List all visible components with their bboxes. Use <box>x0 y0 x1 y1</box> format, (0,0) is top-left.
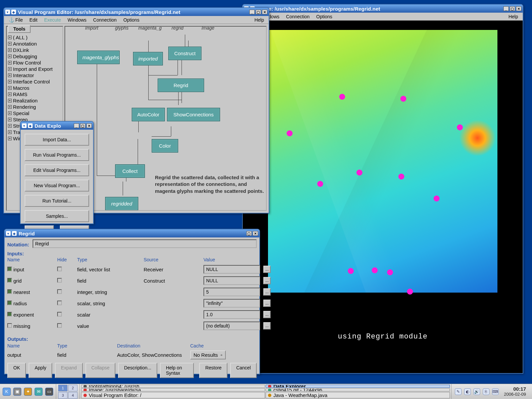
maximize-button[interactable]: ▢ <box>246 231 252 236</box>
tool-category[interactable]: +DXLink <box>7 47 63 53</box>
module-magenta-glyphs[interactable]: magenta_glyphs <box>77 51 120 64</box>
browser-icon[interactable]: ✦ <box>24 388 32 396</box>
expand-icon[interactable]: + <box>8 55 12 58</box>
import-data-button[interactable]: Import Data... <box>25 134 89 146</box>
image-canvas[interactable]: using Regrid module <box>243 21 523 373</box>
regrid-titlebar[interactable]: ▾ ◆ Regrid ▢ ✕ <box>5 229 259 237</box>
task-image[interactable]: Image: /usr/share/dx/sa <box>81 388 265 391</box>
hide-checkbox[interactable] <box>57 278 62 283</box>
module-autocolor[interactable]: AutoColor <box>132 108 165 121</box>
minimize-button[interactable]: _ <box>74 123 79 128</box>
kmenu-icon[interactable]: K <box>3 388 11 396</box>
edit-visual-programs-button[interactable]: Edit Visual Programs... <box>25 164 89 176</box>
collapse-button[interactable]: Collapse <box>85 363 115 378</box>
expand-icon[interactable]: + <box>8 92 12 96</box>
tool-category[interactable]: +Import and Export <box>7 66 63 72</box>
close-button[interactable]: ✕ <box>262 10 267 14</box>
run-visual-programs-button[interactable]: Run Visual Programs... <box>25 149 89 161</box>
expand-icon[interactable]: + <box>8 124 12 128</box>
module-collect[interactable]: Collect <box>115 164 145 178</box>
expand-icon[interactable]: + <box>8 137 12 140</box>
module-construct[interactable]: Construct <box>168 47 201 60</box>
menu-connection[interactable]: Connection <box>283 13 313 20</box>
module-showconnections[interactable]: ShowConnections <box>167 108 220 121</box>
maximize-button[interactable]: ▢ <box>80 123 85 128</box>
expand-icon[interactable]: + <box>8 86 12 90</box>
image-window-titlebar[interactable]: ▾ ◆ Image: /usr/share/dx/samples/program… <box>243 5 523 13</box>
ok-button[interactable]: OK <box>7 363 26 378</box>
value-browse-button[interactable]: ... <box>263 288 271 296</box>
value-browse-button[interactable]: ... <box>263 311 271 318</box>
desktop-2[interactable]: 2 <box>68 385 77 391</box>
module-imported[interactable]: imported <box>133 52 163 66</box>
value-input[interactable] <box>203 299 260 308</box>
hide-checkbox[interactable] <box>57 267 62 271</box>
close-button[interactable]: ✕ <box>253 231 258 236</box>
cache-select[interactable]: No Results▫ <box>190 350 226 359</box>
task-vpe[interactable]: Visual Program Editor: / <box>81 392 265 398</box>
tool-category[interactable]: +Annotation <box>7 41 63 47</box>
tool-category[interactable]: +Interactor <box>7 72 63 78</box>
notation-input[interactable] <box>33 239 257 248</box>
expand-icon[interactable]: + <box>8 48 12 52</box>
tools-tab[interactable]: Tools <box>8 25 31 33</box>
menu-help[interactable]: Help <box>251 17 267 23</box>
task-data-explorer[interactable]: Data Explorer <box>266 385 450 388</box>
help-syntax-button[interactable]: Help on Syntax <box>160 363 194 378</box>
expand-icon[interactable]: + <box>8 61 12 65</box>
new-visual-program-button[interactable]: New Visual Program... <box>25 180 89 192</box>
anchor-icon[interactable]: ⚓ <box>5 17 12 23</box>
expand-icon[interactable]: + <box>8 73 12 77</box>
tool-category[interactable]: +Special <box>7 110 63 116</box>
enable-checkbox[interactable] <box>7 267 12 271</box>
hide-checkbox[interactable] <box>57 289 62 294</box>
task-terminal[interactable]: root@athlon64: /usr/sh <box>81 385 265 388</box>
value-input[interactable] <box>203 310 260 319</box>
enable-checkbox[interactable] <box>7 301 12 305</box>
module-regridded[interactable]: regridded <box>105 197 138 210</box>
vpe-titlebar[interactable]: ▾ ◆ Visual Program Editor: /usr/share/dx… <box>4 8 269 16</box>
terminal-icon[interactable]: ▣ <box>13 388 21 396</box>
desktop-pager[interactable]: 1 2 3 4 <box>56 384 80 399</box>
enable-checkbox[interactable] <box>7 278 12 283</box>
samples-button[interactable]: Samples... <box>25 210 89 222</box>
menu-connection[interactable]: Connection <box>90 17 120 23</box>
desktop-1[interactable]: 1 <box>58 385 67 391</box>
tool-category[interactable]: +Interface Control <box>7 78 63 85</box>
tool-category[interactable]: +Flow Control <box>7 60 63 66</box>
menu-execute[interactable]: Execute <box>41 17 65 23</box>
tool-category[interactable]: +Realization <box>7 97 63 104</box>
vpe-canvas[interactable]: Import glyphs magenta_g regrid Image <box>65 26 267 211</box>
value-browse-button[interactable]: ... <box>263 266 271 273</box>
expand-icon[interactable]: + <box>8 130 12 134</box>
expand-icon[interactable]: + <box>8 42 12 46</box>
restore-button[interactable]: Restore <box>199 363 227 378</box>
minimize-button[interactable]: _ <box>249 10 255 14</box>
hide-checkbox[interactable] <box>57 312 62 317</box>
tool-category[interactable]: +Macros <box>7 85 63 91</box>
module-regrid[interactable]: Regrid <box>158 78 204 92</box>
expand-icon[interactable]: + <box>8 67 12 71</box>
apply-button[interactable]: Apply <box>29 363 52 378</box>
close-button[interactable]: ✕ <box>516 6 521 11</box>
enable-checkbox[interactable] <box>7 312 12 317</box>
tool-category[interactable]: +RAMS <box>7 91 63 97</box>
value-input[interactable] <box>203 276 260 285</box>
maximize-button[interactable]: ▢ <box>510 6 515 11</box>
close-button[interactable]: ✕ <box>86 123 92 128</box>
tray-icon[interactable]: ◐ <box>464 388 471 395</box>
value-input[interactable] <box>203 322 260 330</box>
enable-checkbox[interactable] <box>7 323 12 328</box>
window-menu-icon[interactable]: ▾ <box>5 10 10 14</box>
value-input[interactable] <box>203 288 260 296</box>
de-titlebar[interactable]: ▾ ◆ Data Explo _ ▢ ✕ <box>21 122 93 130</box>
clock[interactable]: 00:17 2006-02-09 <box>501 386 529 397</box>
hide-checkbox[interactable] <box>57 323 62 328</box>
menu-edit[interactable]: Edit <box>26 17 41 23</box>
value-browse-button[interactable]: ... <box>263 300 271 307</box>
window-menu-icon[interactable]: ▾ <box>6 231 11 236</box>
module-color[interactable]: Color <box>152 139 178 153</box>
menu-options[interactable]: Options <box>313 13 335 20</box>
tray-icon[interactable]: 🔊 <box>473 388 480 395</box>
desktop-icon[interactable]: ▭ <box>45 388 53 396</box>
